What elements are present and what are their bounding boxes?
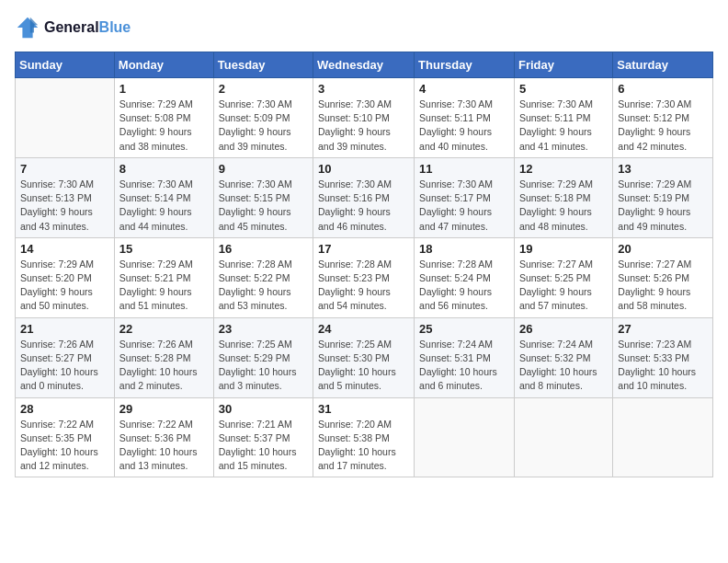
day-number: 19	[519, 242, 608, 256]
day-info: Sunrise: 7:30 AMSunset: 5:11 PMDaylight:…	[419, 98, 509, 154]
day-cell: 31Sunrise: 7:20 AMSunset: 5:38 PMDayligh…	[313, 397, 415, 477]
day-number: 28	[20, 402, 109, 416]
day-number: 12	[519, 162, 608, 176]
svg-marker-1	[30, 17, 38, 33]
day-cell: 4Sunrise: 7:30 AMSunset: 5:11 PMDaylight…	[415, 78, 515, 158]
day-cell: 23Sunrise: 7:25 AMSunset: 5:29 PMDayligh…	[213, 317, 313, 397]
day-cell: 30Sunrise: 7:21 AMSunset: 5:37 PMDayligh…	[213, 397, 313, 477]
day-number: 30	[219, 402, 308, 416]
logo: GeneralBlue	[15, 15, 131, 40]
day-info: Sunrise: 7:25 AMSunset: 5:29 PMDaylight:…	[219, 338, 308, 394]
logo-text: GeneralBlue	[44, 19, 131, 36]
day-info: Sunrise: 7:26 AMSunset: 5:27 PMDaylight:…	[20, 338, 109, 394]
day-number: 10	[318, 162, 409, 176]
day-number: 1	[119, 82, 209, 96]
svg-marker-0	[17, 17, 38, 38]
day-cell: 8Sunrise: 7:30 AMSunset: 5:14 PMDaylight…	[114, 157, 213, 237]
logo-icon	[15, 15, 40, 40]
day-cell: 7Sunrise: 7:30 AMSunset: 5:13 PMDaylight…	[16, 157, 115, 237]
day-info: Sunrise: 7:29 AMSunset: 5:18 PMDaylight:…	[519, 178, 608, 234]
day-cell: 29Sunrise: 7:22 AMSunset: 5:36 PMDayligh…	[114, 397, 213, 477]
day-cell: 17Sunrise: 7:28 AMSunset: 5:23 PMDayligh…	[313, 237, 415, 317]
weekday-header-row: SundayMondayTuesdayWednesdayThursdayFrid…	[16, 52, 713, 78]
weekday-header-tuesday: Tuesday	[213, 52, 313, 78]
week-row-3: 14Sunrise: 7:29 AMSunset: 5:20 PMDayligh…	[16, 237, 713, 317]
day-number: 7	[20, 162, 109, 176]
day-info: Sunrise: 7:22 AMSunset: 5:35 PMDaylight:…	[20, 418, 109, 474]
day-info: Sunrise: 7:28 AMSunset: 5:23 PMDaylight:…	[318, 258, 409, 314]
day-info: Sunrise: 7:30 AMSunset: 5:14 PMDaylight:…	[119, 178, 209, 234]
day-info: Sunrise: 7:30 AMSunset: 5:10 PMDaylight:…	[318, 98, 409, 154]
day-info: Sunrise: 7:30 AMSunset: 5:13 PMDaylight:…	[20, 178, 109, 234]
week-row-4: 21Sunrise: 7:26 AMSunset: 5:27 PMDayligh…	[16, 317, 713, 397]
weekday-header-monday: Monday	[114, 52, 213, 78]
day-cell: 20Sunrise: 7:27 AMSunset: 5:26 PMDayligh…	[613, 237, 713, 317]
day-number: 6	[618, 82, 708, 96]
week-row-1: 1Sunrise: 7:29 AMSunset: 5:08 PMDaylight…	[16, 78, 713, 158]
day-cell: 6Sunrise: 7:30 AMSunset: 5:12 PMDaylight…	[613, 78, 713, 158]
day-number: 23	[219, 322, 308, 336]
day-number: 2	[219, 82, 308, 96]
day-info: Sunrise: 7:27 AMSunset: 5:26 PMDaylight:…	[618, 258, 708, 314]
day-number: 25	[419, 322, 509, 336]
day-cell: 13Sunrise: 7:29 AMSunset: 5:19 PMDayligh…	[613, 157, 713, 237]
day-info: Sunrise: 7:22 AMSunset: 5:36 PMDaylight:…	[119, 418, 209, 474]
day-cell: 14Sunrise: 7:29 AMSunset: 5:20 PMDayligh…	[16, 237, 115, 317]
day-cell: 26Sunrise: 7:24 AMSunset: 5:32 PMDayligh…	[514, 317, 612, 397]
day-cell	[16, 78, 115, 158]
day-number: 11	[419, 162, 509, 176]
weekday-header-thursday: Thursday	[415, 52, 515, 78]
day-info: Sunrise: 7:24 AMSunset: 5:32 PMDaylight:…	[519, 338, 608, 394]
day-info: Sunrise: 7:24 AMSunset: 5:31 PMDaylight:…	[419, 338, 509, 394]
day-cell: 12Sunrise: 7:29 AMSunset: 5:18 PMDayligh…	[514, 157, 612, 237]
day-cell: 28Sunrise: 7:22 AMSunset: 5:35 PMDayligh…	[16, 397, 115, 477]
day-number: 5	[519, 82, 608, 96]
week-row-5: 28Sunrise: 7:22 AMSunset: 5:35 PMDayligh…	[16, 397, 713, 477]
day-number: 3	[318, 82, 409, 96]
day-info: Sunrise: 7:30 AMSunset: 5:15 PMDaylight:…	[219, 178, 308, 234]
day-cell: 21Sunrise: 7:26 AMSunset: 5:27 PMDayligh…	[16, 317, 115, 397]
day-info: Sunrise: 7:25 AMSunset: 5:30 PMDaylight:…	[318, 338, 409, 394]
day-info: Sunrise: 7:28 AMSunset: 5:22 PMDaylight:…	[219, 258, 308, 314]
day-number: 4	[419, 82, 509, 96]
day-number: 18	[419, 242, 509, 256]
day-number: 31	[318, 402, 409, 416]
day-cell: 5Sunrise: 7:30 AMSunset: 5:11 PMDaylight…	[514, 78, 612, 158]
day-number: 16	[219, 242, 308, 256]
day-info: Sunrise: 7:30 AMSunset: 5:09 PMDaylight:…	[219, 98, 308, 154]
day-number: 17	[318, 242, 409, 256]
weekday-header-wednesday: Wednesday	[313, 52, 415, 78]
day-number: 24	[318, 322, 409, 336]
week-row-2: 7Sunrise: 7:30 AMSunset: 5:13 PMDaylight…	[16, 157, 713, 237]
day-info: Sunrise: 7:20 AMSunset: 5:38 PMDaylight:…	[318, 418, 409, 474]
day-cell	[613, 397, 713, 477]
day-info: Sunrise: 7:30 AMSunset: 5:17 PMDaylight:…	[419, 178, 509, 234]
day-number: 9	[219, 162, 308, 176]
day-number: 26	[519, 322, 608, 336]
day-cell: 1Sunrise: 7:29 AMSunset: 5:08 PMDaylight…	[114, 78, 213, 158]
day-info: Sunrise: 7:30 AMSunset: 5:16 PMDaylight:…	[318, 178, 409, 234]
day-cell: 2Sunrise: 7:30 AMSunset: 5:09 PMDaylight…	[213, 78, 313, 158]
day-cell: 3Sunrise: 7:30 AMSunset: 5:10 PMDaylight…	[313, 78, 415, 158]
day-cell: 19Sunrise: 7:27 AMSunset: 5:25 PMDayligh…	[514, 237, 612, 317]
page-header: GeneralBlue	[15, 15, 713, 40]
day-cell: 24Sunrise: 7:25 AMSunset: 5:30 PMDayligh…	[313, 317, 415, 397]
day-info: Sunrise: 7:21 AMSunset: 5:37 PMDaylight:…	[219, 418, 308, 474]
day-number: 21	[20, 322, 109, 336]
day-cell: 22Sunrise: 7:26 AMSunset: 5:28 PMDayligh…	[114, 317, 213, 397]
day-number: 14	[20, 242, 109, 256]
day-cell: 27Sunrise: 7:23 AMSunset: 5:33 PMDayligh…	[613, 317, 713, 397]
day-number: 20	[618, 242, 708, 256]
day-info: Sunrise: 7:30 AMSunset: 5:11 PMDaylight:…	[519, 98, 608, 154]
weekday-header-friday: Friday	[514, 52, 612, 78]
day-number: 29	[119, 402, 209, 416]
day-info: Sunrise: 7:23 AMSunset: 5:33 PMDaylight:…	[618, 338, 708, 394]
day-number: 15	[119, 242, 209, 256]
day-cell: 10Sunrise: 7:30 AMSunset: 5:16 PMDayligh…	[313, 157, 415, 237]
day-cell	[514, 397, 612, 477]
day-cell: 16Sunrise: 7:28 AMSunset: 5:22 PMDayligh…	[213, 237, 313, 317]
day-cell: 15Sunrise: 7:29 AMSunset: 5:21 PMDayligh…	[114, 237, 213, 317]
day-info: Sunrise: 7:28 AMSunset: 5:24 PMDaylight:…	[419, 258, 509, 314]
day-info: Sunrise: 7:26 AMSunset: 5:28 PMDaylight:…	[119, 338, 209, 394]
day-number: 8	[119, 162, 209, 176]
